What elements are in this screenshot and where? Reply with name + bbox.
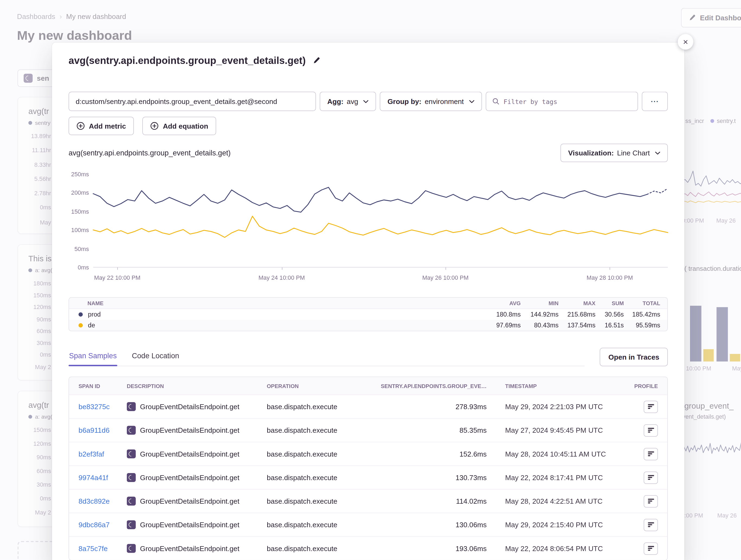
- sentry-logo-icon: [127, 449, 136, 458]
- span-id-link[interactable]: b6a911d6: [79, 426, 127, 434]
- summary-row: prod180.8ms144.92ms215.68ms30.56s185.42m…: [69, 309, 667, 320]
- span-timestamp: May 29, 2024 2:21:03 PM UTC: [487, 403, 629, 411]
- profile-button[interactable]: [644, 471, 658, 484]
- profile-button[interactable]: [644, 448, 658, 460]
- span-duration: 193.06ms: [364, 544, 487, 552]
- sentry-arc: [128, 545, 135, 552]
- overflow-menu-button[interactable]: ⋯: [642, 92, 668, 111]
- pencil-icon: [313, 57, 320, 64]
- span-duration: 130.06ms: [364, 521, 487, 529]
- sentry-arc: [128, 426, 135, 434]
- span-id-link[interactable]: b2ef3faf: [79, 450, 127, 458]
- summary-header-row: NAME AVG MIN MAX SUM TOTAL: [69, 298, 667, 309]
- summary-value: 16.51s: [596, 322, 624, 329]
- samples-header-row: SPAN ID DESCRIPTION OPERATION SENTRY.API…: [69, 377, 667, 395]
- span-id-link[interactable]: be83275c: [79, 403, 127, 411]
- profile-button[interactable]: [644, 495, 658, 507]
- y-axis-label: 150ms: [71, 208, 89, 215]
- profile-button[interactable]: [644, 424, 658, 436]
- description-text: GroupEventDetailsEndpoint.get: [140, 426, 240, 434]
- span-description: GroupEventDetailsEndpoint.get: [127, 426, 267, 434]
- sentry-arc: [128, 474, 135, 481]
- x-tick-mark: [117, 267, 118, 270]
- summary-value: 95.59ms: [624, 322, 660, 329]
- series-color-dot: [79, 312, 83, 317]
- tag-filter-input[interactable]: [503, 97, 631, 105]
- tag-filter-box: [485, 92, 638, 111]
- summary-value: 97.69ms: [473, 322, 521, 329]
- series-name: prod: [69, 311, 473, 318]
- y-axis-label: 0ms: [78, 264, 89, 270]
- tab-span-samples[interactable]: Span Samples: [69, 347, 117, 366]
- profile-cell: [629, 424, 658, 436]
- sentry-arc: [128, 497, 135, 505]
- span-id-link[interactable]: 9dbc86a7: [79, 521, 127, 529]
- metric-query-input[interactable]: [69, 92, 316, 111]
- summary-value: 137.54ms: [558, 322, 596, 329]
- profile-button[interactable]: [644, 518, 658, 531]
- metric-line-chart: 250ms200ms150ms100ms50ms0ms: [69, 174, 668, 271]
- x-axis-label: May 28 10:00 PM: [587, 274, 633, 281]
- description-text: GroupEventDetailsEndpoint.get: [140, 473, 240, 481]
- profile-cell: [629, 401, 658, 413]
- span-timestamp: May 27, 2024 9:45:45 PM UTC: [487, 426, 629, 434]
- profile-cell: [629, 448, 658, 460]
- table-row: 9974a41fGroupEventDetailsEndpoint.getbas…: [69, 466, 667, 489]
- span-timestamp: May 28, 2024 10:45:11 AM UTC: [487, 450, 629, 458]
- agg-select[interactable]: Agg: avg: [320, 92, 376, 111]
- profile-cell: [629, 542, 658, 554]
- tab-code-location[interactable]: Code Location: [131, 347, 180, 366]
- span-operation: base.dispatch.execute: [267, 403, 364, 411]
- span-samples-table: SPAN ID DESCRIPTION OPERATION SENTRY.API…: [69, 377, 668, 560]
- chart-x-axis: May 22 10:00 PMMay 24 10:00 PMMay 26 10:…: [93, 274, 668, 286]
- y-axis-label: 250ms: [71, 171, 89, 178]
- sentry-logo-icon: [127, 402, 136, 411]
- span-description: GroupEventDetailsEndpoint.get: [127, 497, 267, 505]
- sentry-logo-icon: [127, 426, 136, 434]
- description-text: GroupEventDetailsEndpoint.get: [140, 497, 240, 505]
- series-color-dot: [79, 323, 83, 328]
- x-axis-label: May 22 10:00 PM: [94, 274, 140, 281]
- sentry-logo-icon: [127, 520, 136, 529]
- add-equation-button[interactable]: Add equation: [143, 117, 216, 135]
- add-metric-button[interactable]: Add metric: [69, 117, 134, 135]
- span-timestamp: May 29, 2024 2:15:40 PM UTC: [487, 521, 629, 529]
- edit-title-button[interactable]: [313, 57, 320, 64]
- span-description: GroupEventDetailsEndpoint.get: [127, 473, 267, 482]
- group-by-select[interactable]: Group by: environment: [380, 92, 482, 111]
- profile-cell: [629, 495, 658, 507]
- description-text: GroupEventDetailsEndpoint.get: [140, 403, 240, 411]
- profile-button[interactable]: [644, 542, 658, 554]
- series-label: prod: [88, 311, 101, 318]
- table-row: b6a911d6GroupEventDetailsEndpoint.getbas…: [69, 418, 667, 442]
- sentry-logo-icon: [127, 473, 136, 482]
- profile-button[interactable]: [644, 401, 658, 413]
- span-id-link[interactable]: 9974a41f: [79, 473, 127, 481]
- y-axis-label: 50ms: [74, 246, 89, 252]
- visualization-select[interactable]: Visualization: Line Chart: [560, 144, 668, 162]
- span-operation: base.dispatch.execute: [267, 426, 364, 434]
- plus-circle-icon: [77, 122, 85, 130]
- sentry-arc: [128, 450, 135, 457]
- x-tick-mark: [282, 267, 282, 270]
- summary-value: 185.42ms: [624, 311, 660, 318]
- summary-value: 215.68ms: [558, 311, 596, 318]
- span-id-link[interactable]: 8d3c892e: [79, 497, 127, 505]
- span-id-link[interactable]: 8a75c7fe: [79, 544, 127, 552]
- chevron-down-icon: [363, 100, 368, 103]
- x-axis-label: May 24 10:00 PM: [259, 274, 305, 281]
- summary-row: de97.69ms80.43ms137.54ms16.51s95.59ms: [69, 320, 667, 331]
- span-operation: base.dispatch.execute: [267, 544, 364, 552]
- span-description: GroupEventDetailsEndpoint.get: [127, 544, 267, 553]
- open-in-traces-button[interactable]: Open in Traces: [600, 347, 668, 366]
- y-axis-label: 100ms: [71, 227, 89, 233]
- description-text: GroupEventDetailsEndpoint.get: [140, 521, 240, 529]
- span-timestamp: May 28, 2024 4:22:51 AM UTC: [487, 497, 629, 505]
- profile-cell: [629, 518, 658, 531]
- summary-value: 80.43ms: [521, 322, 558, 329]
- series-name: de: [69, 322, 473, 329]
- series-summary-table: NAME AVG MIN MAX SUM TOTAL prod180.8ms14…: [69, 297, 668, 331]
- summary-value: 180.8ms: [473, 311, 521, 318]
- close-modal-button[interactable]: ✕: [678, 34, 693, 50]
- span-description: GroupEventDetailsEndpoint.get: [127, 402, 267, 411]
